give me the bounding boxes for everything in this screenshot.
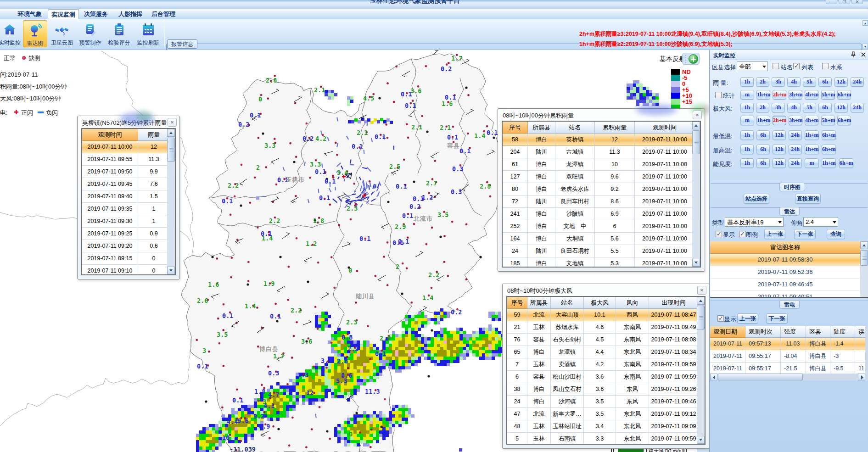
table-cell[interactable]: 5: [507, 433, 527, 445]
popup-close-button[interactable]: ✕: [697, 286, 706, 295]
table-cell[interactable]: 博白: [528, 208, 555, 220]
table-cell[interactable]: 2019-07-11 09:40: [82, 190, 138, 203]
table-cell[interactable]: 2019-07-11 09:25: [82, 228, 138, 240]
button-6h[interactable]: 6h: [818, 77, 832, 87]
table-cell[interactable]: 12: [138, 141, 170, 153]
table-cell[interactable]: 容县: [527, 334, 551, 346]
button-6h[interactable]: 6h: [756, 145, 770, 154]
table-cell[interactable]: -3: [830, 350, 855, 363]
button-5h[interactable]: 5h: [803, 103, 816, 112]
table-cell[interactable]: 4.4: [584, 346, 616, 358]
table-cell[interactable]: 12: [595, 134, 635, 146]
menu-tab-4[interactable]: 人影指挥: [117, 9, 144, 19]
table-cell[interactable]: 09:57:13: [745, 338, 781, 350]
table-cell[interactable]: 博白: [528, 158, 555, 171]
table-cell[interactable]: 5.6: [595, 233, 635, 245]
toolbar-item-clipboard[interactable]: 检验评分: [105, 20, 133, 47]
table-cell[interactable]: 大容山顶: [551, 309, 584, 321]
table-cell[interactable]: 2019-07-11 10:00: [635, 245, 695, 257]
table-cell[interactable]: 2019-07-11 10:00: [635, 171, 695, 183]
minimize-button[interactable]: —: [826, 0, 837, 4]
district-select[interactable]: 全部: [737, 61, 768, 71]
table-cell[interactable]: 4.6: [584, 321, 616, 334]
button-12h[interactable]: 12h: [834, 77, 848, 87]
table-cell[interactable]: 东风: [616, 383, 649, 396]
column-header[interactable]: 站名: [551, 297, 584, 309]
table-cell[interactable]: 80: [503, 183, 528, 195]
column-header[interactable]: 误差: [855, 326, 865, 338]
menu-tab-5[interactable]: 后台管理: [150, 9, 177, 19]
table-cell[interactable]: 252: [503, 220, 528, 233]
table-cell[interactable]: 2019-07-11 09:20: [82, 240, 138, 252]
table-cell[interactable]: 博白: [528, 233, 555, 245]
scroll-thumb[interactable]: [692, 130, 700, 154]
button-24h[interactable]: 24h: [789, 145, 802, 154]
table-cell[interactable]: 英桥镇: [555, 134, 595, 146]
table-cell[interactable]: 8.6: [595, 195, 635, 208]
table-cell[interactable]: 北流: [527, 309, 551, 321]
column-header[interactable]: 风向: [616, 297, 649, 309]
table-cell[interactable]: 文地一中: [555, 220, 595, 233]
table-cell[interactable]: 2019-07-11 10:00: [635, 233, 695, 245]
button-1h+m[interactable]: 1h+m: [805, 130, 819, 140]
scroll-up-icon[interactable]: [697, 297, 705, 305]
table-cell[interactable]: 2019-07-11: [710, 363, 745, 374]
table-cell[interactable]: 6: [507, 371, 527, 383]
column-header[interactable]: 累积雨量: [595, 122, 635, 134]
column-header[interactable]: 序号: [507, 297, 527, 309]
popup-scrollbar[interactable]: [692, 122, 700, 267]
table-cell[interactable]: [855, 338, 865, 350]
table-cell[interactable]: 3.6: [584, 371, 616, 383]
table-cell[interactable]: 东南风: [616, 321, 649, 334]
table-cell[interactable]: 3.5: [584, 396, 616, 408]
table-cell[interactable]: 2019-07-11 09:59: [649, 371, 699, 383]
radar-list-row[interactable]: 2019-07-11 09:58:30: [710, 254, 860, 266]
table-cell[interactable]: 博白县: [806, 338, 830, 350]
checkbox-列表[interactable]: ✓: [793, 63, 800, 69]
radar-prev-button[interactable]: 上一张: [764, 229, 785, 239]
toolbar-item-calendar[interactable]: 监控刷新: [134, 20, 162, 47]
table-cell[interactable]: 9.6: [595, 171, 635, 183]
direct-query-button[interactable]: 直接查询: [795, 194, 821, 204]
table-cell[interactable]: 2019-07-11 09:45: [82, 178, 138, 190]
scroll-left-icon[interactable]: [710, 374, 717, 380]
table-cell[interactable]: 玉林站旧址: [551, 420, 584, 433]
table-cell[interactable]: 2019-07-11: [710, 338, 745, 350]
table-cell[interactable]: 东北风: [616, 346, 649, 358]
button-2h+m[interactable]: 2h+m: [773, 90, 786, 100]
table-cell[interactable]: 2019-07-11 09:50: [82, 166, 138, 178]
button-6h[interactable]: 6h: [756, 130, 770, 140]
button-6h[interactable]: 6h: [818, 103, 832, 112]
table-cell[interactable]: 59: [507, 309, 527, 321]
table-cell[interactable]: 博白: [528, 171, 555, 183]
radar-type-select[interactable]: 基本反射率19: [725, 217, 784, 227]
panel-close-icon[interactable]: [860, 51, 867, 58]
column-header[interactable]: 观测时间: [635, 122, 695, 134]
radar-next-button[interactable]: 下一张: [794, 229, 816, 239]
popup-close-button[interactable]: ✕: [168, 118, 177, 127]
toolbar-item-doc-edit[interactable]: 预警制作: [76, 20, 104, 47]
table-cell[interactable]: 博白: [528, 134, 555, 146]
table-cell[interactable]: 东风: [616, 396, 649, 408]
radar-list-row[interactable]: 2019-07-11 09:46:45: [710, 279, 860, 291]
table-cell[interactable]: 东南风: [616, 371, 649, 383]
table-cell[interactable]: 2019-07-11 10:00: [635, 158, 695, 171]
table-cell[interactable]: 10.1: [584, 309, 616, 321]
column-header[interactable]: 观测时间: [82, 129, 138, 141]
table-cell[interactable]: 博白: [528, 183, 555, 195]
table-cell[interactable]: 6.9: [595, 208, 635, 220]
button-6h+m[interactable]: 6h+m: [837, 90, 851, 100]
table-cell[interactable]: 3.4: [584, 420, 616, 433]
lightning-prev-button[interactable]: 上一张: [737, 313, 758, 324]
table-cell[interactable]: 沙河镇: [551, 396, 584, 408]
table-cell[interactable]: 5.3: [595, 257, 635, 268]
button-12h[interactable]: 12h: [773, 145, 786, 154]
button-1h+m[interactable]: 1h+m: [822, 158, 836, 168]
scroll-thumb[interactable]: [860, 250, 868, 266]
table-cell[interactable]: 4.2: [584, 358, 616, 371]
checkbox-lt-显示[interactable]: ✓: [717, 315, 724, 322]
table-cell[interactable]: 2019-07-11 09:55: [82, 153, 138, 166]
button-6h[interactable]: 6h: [756, 158, 770, 168]
radar-list-header[interactable]: 雷达图名称: [710, 241, 860, 254]
table-cell[interactable]: 9.9: [138, 166, 170, 178]
